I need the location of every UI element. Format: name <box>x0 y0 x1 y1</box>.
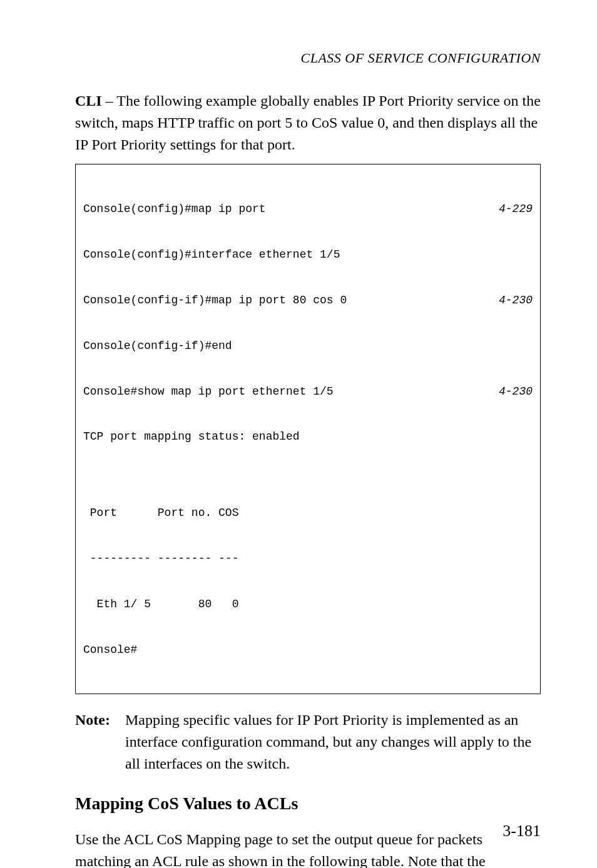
code-ref <box>520 338 533 353</box>
cli-code-block: Console(config)#map ip port4-229 Console… <box>75 164 541 694</box>
code-cmd: Console(config-if)#end <box>83 338 232 353</box>
page-number: 3-181 <box>503 822 541 840</box>
code-line: Console# <box>83 642 533 657</box>
section-paragraph: Use the ACL CoS Mapping page to set the … <box>75 829 541 868</box>
code-line: Console(config)#map ip port4-229 <box>83 201 533 216</box>
code-ref <box>520 597 533 612</box>
code-cmd: Console# <box>83 642 137 657</box>
code-line: TCP port mapping status: enabled <box>83 429 533 444</box>
code-ref <box>520 429 533 444</box>
code-line: Eth 1/ 5 80 0 <box>83 597 533 612</box>
code-cmd: Eth 1/ 5 80 0 <box>83 597 238 612</box>
code-line: Console(config-if)#end <box>83 338 533 353</box>
code-ref <box>520 642 533 657</box>
code-cmd: --------- -------- --- <box>83 551 238 566</box>
code-ref <box>520 551 533 566</box>
code-ref <box>520 247 533 262</box>
code-cmd: Port Port no. COS <box>83 505 238 520</box>
running-header: CLASS OF SERVICE CONFIGURATION <box>75 50 541 66</box>
code-cmd: TCP port mapping status: enabled <box>83 429 300 444</box>
code-ref: 4-230 <box>486 293 533 308</box>
cli-intro-text: – The following example globally enables… <box>75 93 541 153</box>
code-cmd: Console(config-if)#map ip port 80 cos 0 <box>83 293 347 308</box>
note-text: Mapping specific values for IP Port Prio… <box>125 709 541 774</box>
code-line: Console#show map ip port ethernet 1/54-2… <box>83 384 533 399</box>
cli-intro-paragraph: CLI – The following example globally ena… <box>75 90 541 155</box>
code-line: Console(config)#interface ethernet 1/5 <box>83 247 533 262</box>
cli-label: CLI <box>75 93 102 109</box>
code-line: Console(config-if)#map ip port 80 cos 04… <box>83 293 533 308</box>
code-line: --------- -------- --- <box>83 551 533 566</box>
section-heading: Mapping CoS Values to ACLs <box>75 794 541 814</box>
code-line: Port Port no. COS <box>83 505 533 520</box>
code-cmd: Console#show map ip port ethernet 1/5 <box>83 384 334 399</box>
code-cmd: Console(config)#map ip port <box>83 201 266 216</box>
code-ref: 4-230 <box>486 384 533 399</box>
code-ref <box>520 505 533 520</box>
note-label: Note: <box>75 709 125 774</box>
note-block: Note: Mapping specific values for IP Por… <box>75 709 541 774</box>
code-cmd: Console(config)#interface ethernet 1/5 <box>83 247 340 262</box>
code-ref: 4-229 <box>486 201 533 216</box>
